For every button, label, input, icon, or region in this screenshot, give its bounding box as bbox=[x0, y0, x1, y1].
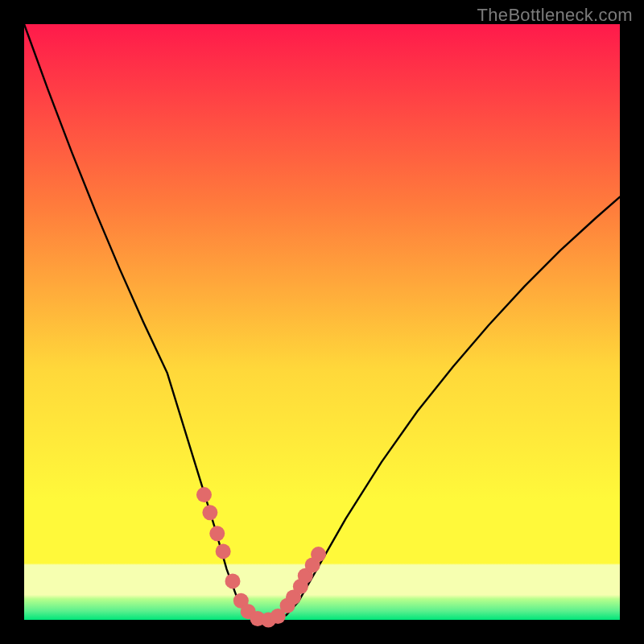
marker-dot bbox=[225, 573, 241, 588]
bottleneck-chart bbox=[0, 0, 644, 644]
marker-dot bbox=[216, 543, 231, 559]
chart-stage: TheBottleneck.com bbox=[0, 0, 644, 644]
marker-dot bbox=[311, 547, 326, 562]
marker-dot bbox=[196, 487, 212, 502]
plot-background bbox=[24, 24, 620, 620]
marker-dot bbox=[209, 526, 225, 541]
marker-dot bbox=[202, 505, 217, 520]
